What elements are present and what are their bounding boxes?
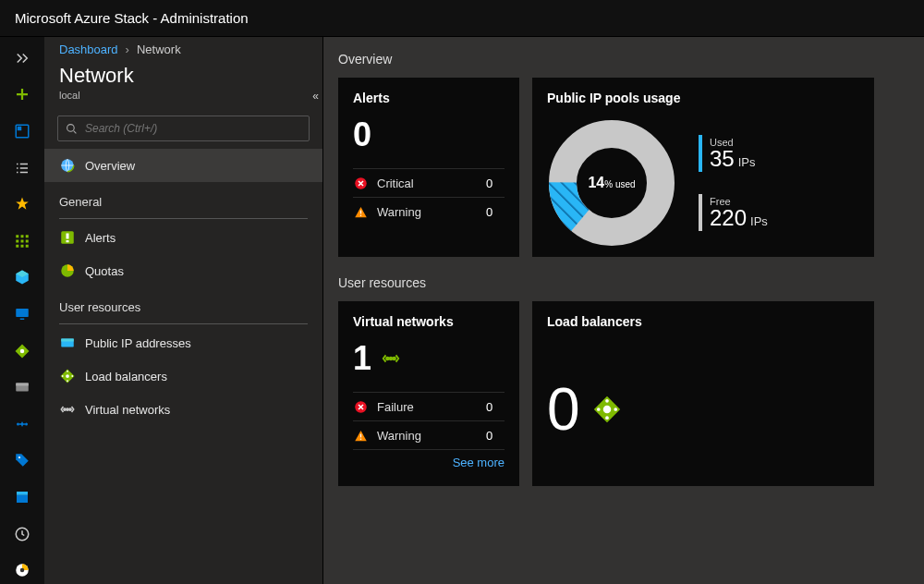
stat-value: 0 — [486, 205, 505, 219]
card-title: Virtual networks — [353, 314, 505, 329]
svg-rect-50 — [359, 433, 360, 437]
rail-add-icon[interactable] — [7, 81, 37, 109]
svg-rect-5 — [16, 239, 18, 242]
publicip-icon — [59, 335, 76, 351]
loadbalancer-icon — [591, 394, 623, 425]
breadcrumb-current: Network — [137, 43, 181, 56]
nav-public-ips[interactable]: Public IP addresses — [44, 326, 322, 359]
stat-failure: Failure 0 — [353, 392, 505, 420]
nav-overview[interactable]: Overview — [44, 149, 322, 182]
svg-point-55 — [597, 408, 601, 411]
warning-icon — [353, 204, 368, 219]
svg-rect-1 — [18, 127, 22, 131]
vnets-count: 1 — [353, 342, 505, 375]
nav-item-label: Quotas — [85, 264, 124, 278]
card-ip-pools[interactable]: Public IP pools usage — [532, 78, 874, 257]
stat-critical: Critical 0 — [353, 168, 505, 197]
svg-point-53 — [605, 399, 609, 403]
rail-favorite-icon[interactable] — [7, 190, 37, 218]
svg-point-35 — [71, 375, 73, 377]
lb-count: 0 — [547, 375, 859, 444]
donut-percent: 14% used — [588, 175, 635, 191]
collapse-panel-icon[interactable]: « — [307, 84, 324, 108]
rail-clock-icon[interactable] — [7, 520, 37, 548]
rail-vnet-icon[interactable] — [7, 410, 37, 438]
svg-point-13 — [20, 348, 25, 353]
topbar: Microsoft Azure Stack - Administration — [0, 0, 924, 37]
svg-point-21 — [20, 568, 25, 573]
nav-virtual-networks[interactable]: Virtual networks — [44, 393, 322, 426]
rail-cube-icon[interactable] — [7, 264, 37, 292]
alerts-count: 0 — [353, 118, 505, 152]
svg-point-47 — [386, 358, 389, 360]
svg-rect-4 — [26, 235, 29, 237]
stat-value: 0 — [486, 400, 505, 414]
globe-icon — [59, 157, 76, 174]
pool-free: Free 220IPs — [699, 194, 768, 231]
app-title: Microsoft Azure Stack - Administration — [15, 10, 249, 26]
stat-label: Warning — [377, 429, 477, 443]
svg-point-37 — [64, 408, 66, 410]
rail-grid-icon[interactable] — [7, 227, 37, 255]
left-rail — [0, 37, 44, 584]
rail-card-icon[interactable] — [7, 373, 37, 401]
svg-point-46 — [390, 358, 393, 360]
stat-label: Failure — [377, 400, 477, 414]
svg-point-33 — [67, 380, 68, 382]
breadcrumb: Dashboard › Network — [44, 37, 322, 56]
stat-warning: Warning 0 — [353, 420, 505, 449]
svg-rect-12 — [20, 318, 25, 320]
page-title: Network — [59, 64, 308, 88]
svg-point-17 — [25, 422, 28, 425]
svg-rect-41 — [359, 214, 360, 215]
card-virtual-networks[interactable]: Virtual networks 1 Failure 0 Warning 0 S… — [338, 301, 519, 486]
warning-icon — [353, 428, 368, 443]
svg-rect-8 — [16, 245, 18, 248]
nav-item-label: Alerts — [85, 231, 116, 245]
nav-quotas[interactable]: Quotas — [44, 254, 322, 287]
rail-gauge-icon[interactable] — [7, 556, 37, 584]
card-title: Load balancers — [547, 314, 859, 329]
svg-point-48 — [393, 358, 395, 360]
user-resources-section-label: User resources — [338, 275, 909, 290]
card-alerts[interactable]: Alerts 0 Critical 0 Warning 0 — [338, 78, 519, 257]
svg-rect-15 — [16, 383, 29, 386]
search-input[interactable] — [85, 122, 301, 135]
rail-dashboard-icon[interactable] — [7, 117, 37, 145]
svg-point-31 — [66, 374, 69, 378]
stat-value: 0 — [486, 176, 505, 190]
rail-list-icon[interactable] — [7, 154, 37, 182]
rail-expand-icon[interactable] — [7, 44, 37, 72]
vnet-icon — [381, 348, 401, 369]
svg-point-56 — [614, 408, 617, 411]
quota-icon — [59, 262, 76, 279]
breadcrumb-root[interactable]: Dashboard — [59, 43, 118, 56]
svg-rect-9 — [21, 245, 24, 248]
stat-label: Critical — [377, 176, 477, 190]
page-scope: local — [59, 90, 308, 101]
pool-unit: IPs — [738, 155, 756, 169]
rail-tag-icon[interactable] — [7, 447, 37, 475]
overview-section-label: Overview — [338, 52, 909, 67]
svg-point-36 — [67, 408, 68, 410]
nav-load-balancers[interactable]: Load balancers — [44, 359, 322, 393]
svg-rect-10 — [26, 245, 29, 248]
see-more-link[interactable]: See more — [353, 449, 505, 471]
card-title: Public IP pools usage — [547, 91, 859, 105]
nav-item-label: Virtual networks — [85, 403, 170, 417]
card-load-balancers[interactable]: Load balancers 0 — [532, 301, 874, 486]
rail-loadbalancer-icon[interactable] — [7, 337, 37, 365]
search-box[interactable] — [57, 116, 310, 141]
nav-section-user-resources: User resources — [44, 287, 322, 320]
svg-rect-51 — [359, 438, 360, 439]
svg-point-52 — [602, 406, 611, 414]
used-bar-icon — [699, 135, 702, 172]
divider — [59, 323, 308, 324]
rail-store-icon[interactable] — [7, 483, 37, 511]
nav-alerts[interactable]: Alerts — [44, 221, 322, 254]
nav-item-label: Public IP addresses — [85, 336, 191, 350]
stat-warning: Warning 0 — [353, 197, 505, 225]
rail-monitor-icon[interactable] — [7, 300, 37, 328]
free-bar-icon — [699, 194, 702, 231]
svg-rect-3 — [21, 235, 24, 237]
